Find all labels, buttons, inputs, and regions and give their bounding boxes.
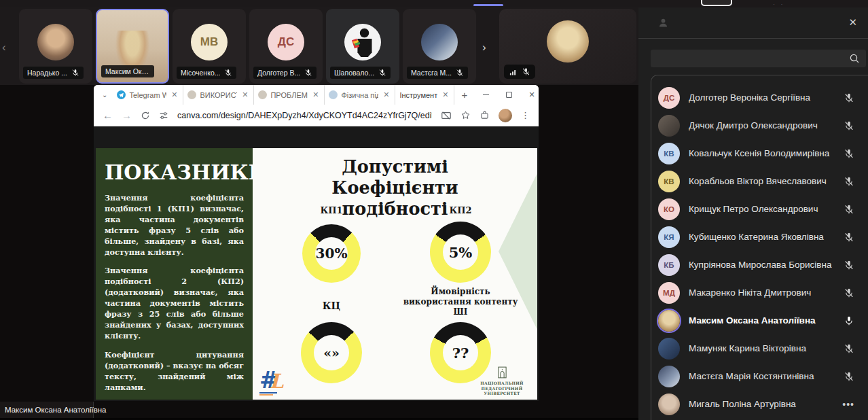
mic-muted-icon	[844, 343, 854, 354]
participant-search-box	[651, 50, 866, 67]
screen-share-stage: ⌄ Telegram W ✕ ВИКОРИСТ ✕ ПРОБЛЕМИ ✕	[0, 85, 638, 420]
participant-name: Купріянова Мирослава Борисівна	[689, 260, 835, 270]
tab-telegram[interactable]: Telegram W ✕	[113, 85, 183, 105]
panel-close-icon[interactable]: ✕	[848, 16, 857, 29]
participant-row-active-speaker[interactable]: Максим Оксана Анатоліївна	[651, 307, 868, 334]
tile-name: Місоченко...	[181, 69, 220, 77]
university-arch-icon	[497, 366, 507, 379]
tab-favicon	[187, 90, 196, 99]
participant-row[interactable]: КВ Корабльов Віктор Вячеславович	[651, 167, 868, 195]
avatar	[344, 24, 381, 60]
people-icon	[657, 17, 669, 29]
close-button[interactable]: ✕	[520, 85, 539, 105]
mic-muted-icon	[844, 204, 854, 215]
new-tab-button[interactable]: +	[454, 89, 474, 101]
mic-muted-icon	[224, 69, 232, 77]
participant-row[interactable]: КВ Ковальчук Ксенія Володимирівна	[651, 139, 868, 167]
avatar	[547, 20, 589, 63]
participant-row[interactable]: Мамуняк Карина Вікторівна	[651, 334, 868, 362]
tab-close-icon[interactable]: ✕	[311, 90, 320, 99]
participant-row[interactable]: КО Крищук Петро Олександрович	[651, 195, 868, 223]
gauge-label: КП2	[449, 205, 471, 216]
cast-off-icon[interactable]	[441, 110, 452, 121]
mic-muted-icon	[844, 92, 854, 103]
back-icon[interactable]: ←	[103, 110, 113, 120]
avatar-initials: МД	[658, 282, 680, 304]
avatar-initials: КО	[658, 198, 680, 220]
bookmark-star-icon[interactable]	[460, 110, 471, 120]
tab-search-caret-icon[interactable]: ⌄	[94, 91, 113, 99]
avatar	[37, 24, 74, 60]
signal-bars-icon	[509, 68, 517, 76]
participant-row[interactable]: КБ Купріянова Мирослава Борисівна	[651, 251, 868, 279]
tab-close-icon[interactable]: ✕	[170, 90, 179, 99]
video-tile-active-speaker[interactable]: Максим Оксан...	[96, 9, 169, 84]
profile-avatar[interactable]	[499, 109, 512, 122]
shared-browser-window: ⌄ Telegram W ✕ ВИКОРИСТ ✕ ПРОБЛЕМИ ✕	[94, 85, 539, 401]
video-tile[interactable]: Шаповало...	[326, 9, 399, 84]
site-settings-icon[interactable]	[159, 111, 168, 120]
avatar-initials: КЯ	[658, 226, 680, 248]
tab-problemy[interactable]: ПРОБЛЕМИ ✕	[254, 85, 325, 105]
participant-name: Дячок Дмитро Олександрович	[689, 120, 835, 130]
participant-name: Ковальчук Ксенія Володимирівна	[689, 148, 835, 158]
participant-row[interactable]: Мастєга Марія Костянтинівна	[651, 362, 868, 390]
maximize-button[interactable]	[497, 85, 520, 105]
menu-dots-icon[interactable]: ⋮	[521, 111, 530, 120]
tab-instrument-active[interactable]: Інструмент ✕	[395, 85, 454, 105]
tab-title: Інструмент	[399, 91, 437, 99]
tab-fizychna[interactable]: Фізична під ✕	[325, 85, 395, 105]
minimize-button[interactable]	[474, 85, 497, 105]
tab-close-icon[interactable]: ✕	[382, 90, 391, 99]
mic-muted-icon	[71, 69, 79, 77]
slide-left-panel: ПОКАЗНИКИ Значення коефіцієнта подібност…	[96, 148, 253, 400]
reload-icon[interactable]	[141, 111, 150, 120]
forward-icon[interactable]: →	[122, 110, 132, 120]
participant-row[interactable]: МД Макаренко Нікіта Дмитрович	[651, 279, 868, 307]
participant-row[interactable]: Дячок Дмитро Олександрович	[651, 111, 868, 139]
tile-name: Нарадько ...	[27, 69, 67, 77]
mic-muted-icon	[844, 232, 854, 243]
tab-close-icon[interactable]: ✕	[240, 90, 249, 99]
panel-header: ✕	[638, 7, 868, 39]
chevron-left-icon[interactable]: ‹	[2, 41, 6, 53]
mic-muted-icon	[844, 371, 854, 382]
video-tile-large[interactable]	[499, 9, 636, 84]
gauge-value: 30%	[315, 237, 348, 270]
avatar-initials: ДС	[658, 87, 680, 109]
video-tile[interactable]: МВ Місоченко...	[173, 9, 246, 84]
participant-name: Корабльов Віктор Вячеславович	[689, 176, 835, 186]
video-tile[interactable]: Мастєга М...	[403, 9, 476, 84]
mic-muted-icon	[378, 69, 386, 77]
tile-name: Максим Оксан...	[105, 67, 150, 75]
university-logo: НАЦІОНАЛЬНИЙ ПЕДАГОГІЧНИЙ УНІВЕРСИТЕТ	[470, 366, 534, 397]
mic-on-icon	[844, 315, 854, 326]
video-tile[interactable]: ДС Долготер В...	[249, 9, 323, 84]
participant-name: Крищук Петро Олександрович	[689, 204, 835, 214]
chevron-right-icon[interactable]: ›	[482, 41, 486, 53]
tab-close-icon[interactable]: ✕	[441, 90, 450, 99]
video-tile[interactable]: Нарадько ...	[19, 9, 92, 84]
mic-muted-icon	[844, 120, 854, 131]
avatar	[658, 310, 680, 332]
addressbar-actions: ⋮	[441, 109, 530, 122]
url-text[interactable]: canva.com/design/DAHEXpDyzh4/XdyCKOYTd4A…	[177, 111, 432, 120]
leave-button-sliver[interactable]	[701, 0, 732, 6]
gauge-label: КП1	[320, 205, 342, 216]
gauge-label: Ймовірність використання контенту ШІ	[403, 287, 518, 317]
mic-muted-icon	[456, 69, 464, 77]
gauge-kp2: КП2 5%	[410, 205, 511, 283]
hashtag-logo: #L	[259, 369, 283, 396]
participant-row[interactable]: ДС Долготер Вероніка Сергіївна	[651, 84, 868, 111]
gauge-value: «»	[314, 335, 349, 370]
participant-row[interactable]: КЯ Кубищенко Катерина Яковлівна	[651, 223, 868, 251]
tab-vykoryst[interactable]: ВИКОРИСТ ✕	[183, 85, 254, 105]
more-options-icon[interactable]: •••	[842, 399, 854, 410]
participant-row[interactable]: Мигаль Поліна Артурівна •••	[651, 390, 868, 418]
avatar-initials: КВ	[658, 143, 680, 164]
search-input[interactable]	[651, 50, 866, 67]
teams-meeting-window: · · ‹ Нарадько ... Максим Оксан... МВ Мі…	[0, 0, 868, 420]
extensions-icon[interactable]	[480, 110, 490, 120]
avatar	[658, 338, 680, 360]
participant-name: Долготер Вероніка Сергіївна	[689, 92, 835, 103]
